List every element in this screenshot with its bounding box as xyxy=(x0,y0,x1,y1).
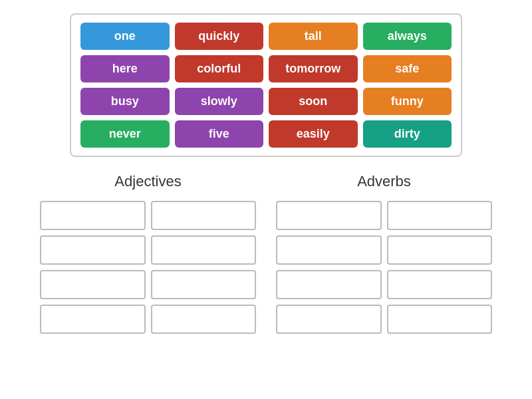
word-tile-dirty[interactable]: dirty xyxy=(363,120,452,148)
adjective-drop-cell-7[interactable] xyxy=(151,305,257,334)
word-tile-slowly[interactable]: slowly xyxy=(175,88,264,115)
word-tile-busy[interactable]: busy xyxy=(80,88,170,115)
word-bank: onequicklytallalwaysherecolorfultomorrow… xyxy=(70,13,462,157)
adverb-drop-cell-2[interactable] xyxy=(276,235,382,265)
word-tile-soon[interactable]: soon xyxy=(269,88,358,115)
adjective-drop-cell-4[interactable] xyxy=(40,270,146,299)
adverb-drop-cell-5[interactable] xyxy=(387,270,493,299)
word-tile-easily[interactable]: easily xyxy=(269,120,358,148)
word-tile-colorful[interactable]: colorful xyxy=(175,55,264,82)
adjective-drop-cell-2[interactable] xyxy=(40,235,146,265)
adjective-drop-cell-1[interactable] xyxy=(151,201,257,230)
word-tile-funny[interactable]: funny xyxy=(363,88,452,115)
word-tile-tomorrow[interactable]: tomorrow xyxy=(269,55,358,82)
adverb-drop-cell-4[interactable] xyxy=(276,270,382,299)
adverb-drop-cell-6[interactable] xyxy=(276,305,382,334)
adverbs-column: Adverbs xyxy=(276,173,492,334)
word-tile-tall[interactable]: tall xyxy=(269,23,358,50)
adjective-drop-cell-3[interactable] xyxy=(151,235,257,265)
adverbs-drop-grid xyxy=(276,201,492,334)
word-tile-safe[interactable]: safe xyxy=(363,55,452,82)
word-tile-always[interactable]: always xyxy=(363,23,452,50)
adverb-drop-cell-3[interactable] xyxy=(387,235,493,265)
word-tile-one[interactable]: one xyxy=(80,23,170,50)
adverb-drop-cell-0[interactable] xyxy=(276,201,382,230)
adverbs-title: Adverbs xyxy=(357,173,411,190)
adjective-drop-cell-6[interactable] xyxy=(40,305,146,334)
word-tile-here[interactable]: here xyxy=(80,55,170,82)
adjectives-column: Adjectives xyxy=(40,173,256,334)
adjective-drop-cell-0[interactable] xyxy=(40,201,146,230)
word-tile-five[interactable]: five xyxy=(175,120,264,148)
sort-area: Adjectives Adverbs xyxy=(40,173,492,334)
adverb-drop-cell-1[interactable] xyxy=(387,201,493,230)
adjectives-drop-grid xyxy=(40,201,256,334)
adjectives-title: Adjectives xyxy=(114,173,181,190)
word-tile-never[interactable]: never xyxy=(80,120,170,148)
word-tile-quickly[interactable]: quickly xyxy=(175,23,264,50)
adverb-drop-cell-7[interactable] xyxy=(387,305,493,334)
adjective-drop-cell-5[interactable] xyxy=(151,270,257,299)
